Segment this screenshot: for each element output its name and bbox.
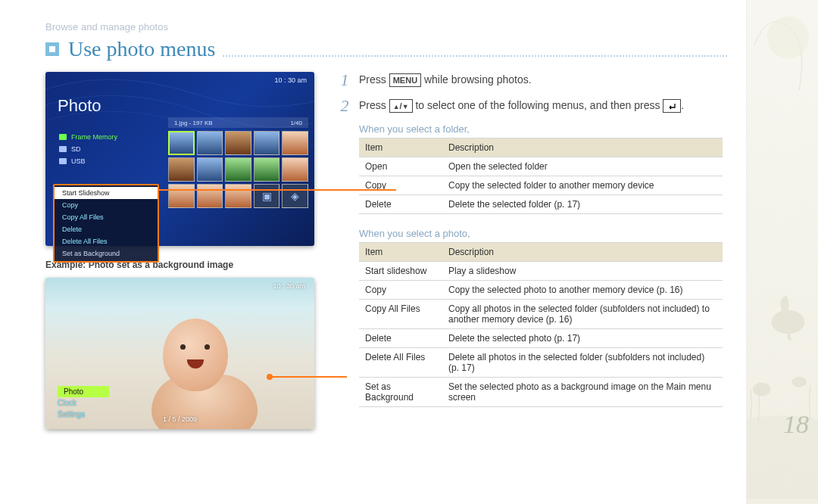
svg-point-1 [772, 310, 805, 334]
device-source-usb: USB [59, 155, 158, 167]
device2-main-menu: Photo Clock Settings [58, 386, 109, 420]
device2-clock: 10 : 30 am [273, 282, 305, 290]
ctx-set-bg: Set as Background [55, 247, 158, 260]
section-label: Browse and manage photos [45, 21, 727, 33]
ctx-delete: Delete [55, 223, 158, 235]
step2-text-a: Press [359, 99, 389, 111]
folder-options-table: Item Description Open Open the selected … [359, 138, 723, 214]
step-number-2: 2 [338, 98, 351, 114]
svg-point-2 [753, 383, 771, 397]
ctx-delete-all: Delete All Files [55, 235, 158, 247]
device2-menu-photo: Photo [58, 386, 109, 397]
device-source-sd: SD [59, 143, 158, 155]
device2-menu-settings: Settings [58, 409, 109, 420]
table-row: Set as BackgroundSet the selected photo … [359, 378, 723, 407]
svg-point-0 [767, 17, 809, 58]
enter-key-icon [663, 99, 681, 113]
table-row: Copy Copy the selected folder to another… [359, 176, 723, 195]
table-row: Start slideshowPlay a slideshow [359, 262, 723, 281]
device-screenshot-background-example: 10 : 30 am Photo Clock Settings 1 / 5 / … [45, 278, 314, 429]
table-row: Open Open the selected folder [359, 157, 723, 176]
photo-options-table: Item Description Start slideshowPlay a s… [359, 242, 723, 407]
step-number-1: 1 [338, 72, 351, 89]
step-1: 1 Press MENU while browsing photos. [338, 72, 727, 89]
menu-key-icon: MENU [389, 73, 421, 87]
device-source-frame-memory: Frame Memory [59, 131, 158, 143]
table-row: Delete Delete the selected folder (p. 17… [359, 195, 723, 214]
ctx-start-slideshow: Start Slideshow [55, 187, 158, 199]
page-number: 18 [783, 410, 809, 439]
up-down-key-icon: ▲/▼ [389, 99, 413, 113]
title-row: Use photo menus [45, 37, 727, 61]
device2-menu-clock: Clock [58, 397, 109, 409]
page-side-art: 18 [746, 0, 818, 504]
step-2: 2 Press ▲/▼ to select one of the followi… [338, 98, 727, 114]
step2-text-c: . [681, 99, 684, 111]
folder-table-header-item: Item [359, 138, 442, 157]
ctx-copy: Copy [55, 199, 158, 211]
step1-text-a: Press [359, 73, 389, 86]
device-file-info-bar: 1.jpg - 197 KB 1/40 [168, 117, 308, 128]
device-clock: 10 : 30 am [274, 76, 307, 84]
folder-sub-caption: When you select a folder, [359, 123, 727, 135]
callout-line-1 [159, 189, 396, 191]
section-icon [45, 42, 59, 56]
callout-line-2 [271, 376, 347, 378]
device2-pager: 1 / 5 / 2009 [163, 415, 197, 423]
device-context-menu: Start Slideshow Copy Copy All Files Dele… [53, 184, 159, 263]
table-row: Delete All FilesDelete all photos in the… [359, 348, 723, 378]
ctx-copy-all: Copy All Files [55, 211, 158, 223]
svg-point-3 [791, 377, 807, 387]
device-screen-title: Photo [58, 96, 101, 116]
table-row: CopyCopy the selected photo to another m… [359, 281, 723, 300]
table-row: Copy All FilesCopy all photos in the sel… [359, 300, 723, 329]
page-title: Use photo menus [68, 37, 215, 61]
photo-sub-caption: When you select a photo, [359, 228, 727, 239]
device-page-counter: 1/40 [290, 120, 302, 126]
table-row: DeleteDelete the selected photo (p. 17) [359, 329, 723, 348]
title-dotted-rule [223, 55, 727, 57]
photo-table-header-desc: Description [442, 243, 723, 262]
device-source-list: Frame Memory SD USB [59, 131, 158, 167]
step1-text-b: while browsing photos. [421, 73, 532, 86]
device-file-name: 1.jpg - 197 KB [174, 120, 213, 126]
device-thumbnail-grid: ▣ ◈ [168, 131, 308, 240]
folder-table-header-desc: Description [442, 138, 723, 157]
step2-text-b: to select one of the following menus, an… [413, 99, 663, 111]
photo-table-header-item: Item [359, 243, 442, 262]
